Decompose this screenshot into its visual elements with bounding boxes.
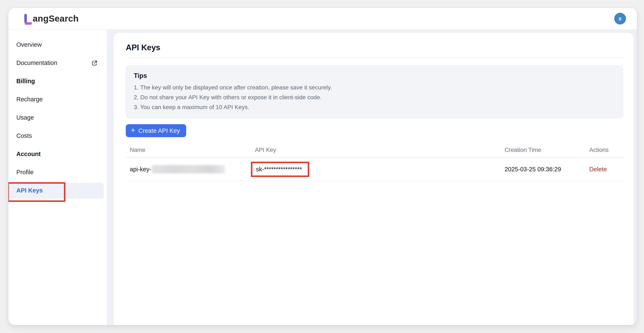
tips-line-2: 2. Do not share your API Key with others…	[134, 92, 615, 102]
api-keys-card: API Keys Tips 1. The key will only be di…	[114, 33, 634, 325]
title-divider	[126, 57, 623, 58]
main-area: API Keys Tips 1. The key will only be di…	[107, 30, 637, 325]
external-link-icon	[92, 60, 98, 66]
page-title: API Keys	[126, 42, 623, 52]
plus-icon: +	[131, 126, 135, 135]
table-row: api-key- sk-**************** 2025-03-25 …	[126, 158, 623, 181]
tips-line-3: 3. You can keep a maximum of 10 API Keys…	[134, 102, 615, 112]
avatar-initial: x	[618, 15, 622, 22]
sidebar-item-api-keys[interactable]: API Keys	[8, 181, 107, 200]
create-api-key-label: Create API Key	[138, 127, 180, 134]
column-header-actions: Actions	[589, 147, 623, 153]
sidebar-item-usage[interactable]: Usage	[8, 108, 107, 127]
sidebar-item-costs[interactable]: Costs	[8, 127, 107, 145]
top-header: angSearch x	[8, 8, 637, 30]
sidebar: Overview Documentation Billing Recharge …	[8, 30, 107, 325]
sidebar-item-documentation[interactable]: Documentation	[8, 54, 107, 72]
api-keys-table: Name API Key Creation Time Actions api-k…	[126, 143, 623, 181]
tips-line-1: 1. The key will only be displayed once a…	[134, 82, 615, 92]
delete-link[interactable]: Delete	[589, 166, 607, 173]
create-api-key-button[interactable]: + Create API Key	[126, 124, 186, 137]
cell-name: api-key-	[126, 165, 251, 173]
cell-actions: Delete	[589, 166, 623, 173]
table-header-row: Name API Key Creation Time Actions	[126, 143, 623, 158]
column-header-api-key: API Key	[251, 147, 504, 153]
cell-api-key: sk-****************	[251, 162, 504, 177]
app-window: angSearch x Overview Documentation Billi…	[8, 8, 637, 325]
redacted-name-blur	[152, 165, 225, 173]
sidebar-section-billing: Billing	[8, 72, 107, 90]
sidebar-item-profile[interactable]: Profile	[8, 163, 107, 181]
brand-logo[interactable]: angSearch	[24, 13, 78, 24]
api-key-masked-value: sk-****************	[256, 166, 302, 173]
logo-l-icon	[24, 13, 32, 24]
content-split: Overview Documentation Billing Recharge …	[8, 30, 637, 325]
annotation-box-api-key: sk-****************	[251, 162, 309, 177]
tips-panel: Tips 1. The key will only be displayed o…	[126, 65, 623, 118]
api-key-name-prefix: api-key-	[130, 166, 151, 173]
cell-creation-time: 2025-03-25 09:36:29	[504, 166, 589, 173]
brand-name: angSearch	[33, 13, 78, 24]
column-header-creation-time: Creation Time	[504, 147, 589, 153]
sidebar-section-account: Account	[8, 145, 107, 163]
sidebar-item-recharge[interactable]: Recharge	[8, 90, 107, 108]
user-avatar[interactable]: x	[614, 13, 626, 24]
tips-title: Tips	[134, 72, 615, 80]
sidebar-item-overview[interactable]: Overview	[8, 36, 107, 54]
column-header-name: Name	[126, 147, 251, 153]
